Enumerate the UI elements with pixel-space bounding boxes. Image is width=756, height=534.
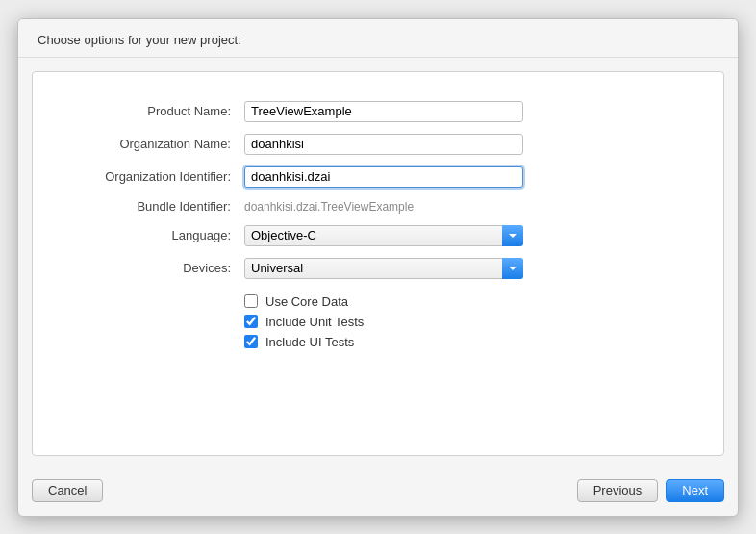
product-name-input[interactable]: [244, 101, 523, 122]
previous-button[interactable]: Previous: [577, 479, 659, 502]
next-button[interactable]: Next: [666, 479, 724, 502]
dialog-title: Choose options for your new project:: [18, 19, 738, 58]
language-label: Language:: [52, 228, 244, 242]
organization-identifier-label: Organization Identifier:: [52, 169, 244, 184]
organization-identifier-control: [244, 166, 523, 188]
include-unit-tests-row: Include Unit Tests: [244, 315, 364, 329]
use-core-data-checkbox[interactable]: [244, 294, 258, 308]
dialog-title-text: Choose options for your new project:: [38, 33, 241, 47]
bundle-identifier-value: doanhkisi.dzai.TreeViewExample: [244, 198, 414, 216]
organization-name-label: Organization Name:: [52, 137, 244, 151]
language-select-wrapper: Objective-C Swift: [244, 225, 523, 246]
product-name-row: Product Name:: [52, 101, 704, 122]
dialog-footer: Cancel Previous Next: [18, 470, 738, 516]
devices-label: Devices:: [52, 261, 244, 275]
organization-name-control: [244, 134, 523, 155]
bundle-identifier-row: Bundle Identifier: doanhkisi.dzai.TreeVi…: [52, 199, 704, 214]
devices-row: Devices: Universal iPhone iPad: [52, 258, 704, 279]
organization-identifier-row: Organization Identifier:: [52, 166, 704, 188]
product-name-control: [244, 101, 523, 122]
bundle-identifier-control: doanhkisi.dzai.TreeViewExample: [244, 199, 523, 214]
include-unit-tests-checkbox[interactable]: [244, 315, 258, 328]
new-project-dialog: Choose options for your new project: Pro…: [17, 18, 739, 517]
use-core-data-label: Use Core Data: [265, 294, 348, 309]
footer-right: Previous Next: [577, 479, 724, 502]
organization-identifier-input[interactable]: [244, 166, 523, 188]
devices-select[interactable]: Universal iPhone iPad: [244, 258, 523, 279]
devices-select-wrapper: Universal iPhone iPad: [244, 258, 523, 279]
bundle-identifier-label: Bundle Identifier:: [52, 199, 244, 214]
include-unit-tests-label: Include Unit Tests: [265, 315, 364, 329]
dialog-body: Product Name: Organization Name: Organiz…: [32, 71, 724, 456]
use-core-data-row: Use Core Data: [244, 294, 348, 309]
cancel-button[interactable]: Cancel: [32, 479, 103, 502]
include-ui-tests-checkbox[interactable]: [244, 335, 258, 348]
product-name-label: Product Name:: [52, 104, 244, 118]
language-row: Language: Objective-C Swift: [52, 225, 704, 246]
language-select[interactable]: Objective-C Swift: [244, 225, 523, 246]
organization-name-row: Organization Name:: [52, 134, 704, 155]
include-ui-tests-row: Include UI Tests: [244, 335, 354, 349]
include-ui-tests-label: Include UI Tests: [265, 335, 354, 349]
organization-name-input[interactable]: [244, 134, 523, 155]
checkboxes-section: Use Core Data Include Unit Tests Include…: [52, 294, 704, 355]
